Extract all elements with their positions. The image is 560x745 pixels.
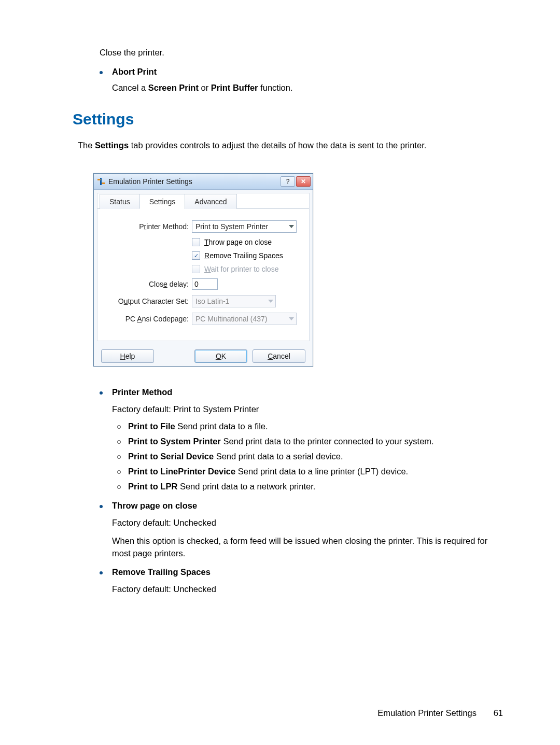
label-wait-close: Wait for printer to close [204, 265, 278, 273]
settings-intro-para: The Settings tab provides controls to ad… [78, 140, 503, 150]
list-item: Print to LPR Send print data to a networ… [117, 482, 503, 491]
bullet-dot-icon [100, 71, 103, 74]
bullet-abort-print: Abort Print [100, 67, 503, 77]
titlebar-help-button[interactable]: ? [281, 176, 295, 187]
dialog-emulation-printer-settings: Emulation Printer Settings ? ✕ Status Se… [93, 173, 313, 367]
page-footer: Emulation Printer Settings 61 [377, 708, 503, 718]
tab-status[interactable]: Status [100, 194, 140, 209]
tab-settings[interactable]: Settings [139, 194, 186, 209]
circle-bullet-icon [117, 440, 121, 444]
help-button[interactable]: Help [101, 349, 154, 363]
tab-strip: Status Settings Advanced [97, 193, 309, 209]
chevron-down-icon [289, 225, 294, 228]
footer-text: Emulation Printer Settings [377, 708, 477, 718]
app-icon [97, 177, 105, 186]
page-number: 61 [494, 708, 503, 718]
tab-advanced[interactable]: Advanced [185, 194, 236, 209]
chevron-down-icon [268, 300, 273, 303]
checkbox-wait-close [192, 265, 200, 273]
cancel-button[interactable]: Cancel [253, 349, 305, 363]
dropdown-output-charset: Iso Latin-1 [192, 295, 276, 307]
question-icon: ? [286, 178, 290, 185]
heading-settings: Settings [73, 110, 503, 128]
label-close-delay: Close delay: [107, 280, 192, 288]
bullet-throw-page: Throw page on close [100, 501, 503, 511]
label-printer-method: Printer Method: [107, 222, 192, 231]
list-item: Print to System Printer Send print data … [117, 437, 503, 446]
circle-bullet-icon [117, 425, 121, 429]
circle-bullet-icon [117, 470, 121, 474]
chevron-down-icon [289, 317, 294, 320]
list-item: Print to File Send print data to a file. [117, 421, 503, 431]
bullet-dot-icon [100, 391, 103, 395]
svg-rect-1 [97, 179, 101, 180]
remove-trailing-title: Remove Trailing Spaces [112, 567, 211, 577]
dropdown-output-charset-value: Iso Latin-1 [195, 297, 229, 305]
throw-page-title: Throw page on close [112, 501, 197, 511]
list-item: Print to Serial Device Send print data t… [117, 452, 503, 461]
bullet-dot-icon [100, 571, 103, 574]
input-close-delay-value: 0 [194, 280, 199, 288]
bullet-dot-icon [100, 505, 103, 508]
dropdown-printer-method-value: Print to System Printer [195, 222, 268, 231]
label-throw-page: Throw page on close [204, 238, 272, 246]
circle-bullet-icon [117, 455, 121, 459]
throw-page-default: Factory default: Unchecked [112, 518, 503, 528]
abort-print-desc: Cancel a Screen Print or Print Buffer fu… [112, 83, 503, 93]
ok-button[interactable]: OK [194, 349, 247, 363]
circle-bullet-icon [117, 485, 121, 489]
checkbox-throw-page[interactable] [192, 238, 200, 246]
close-icon: ✕ [301, 178, 306, 185]
dropdown-printer-method[interactable]: Print to System Printer [192, 220, 297, 233]
throw-page-desc: When this option is checked, a form feed… [112, 535, 503, 560]
bullet-printer-method: Printer Method [100, 387, 503, 397]
dialog-title: Emulation Printer Settings [108, 177, 281, 186]
dropdown-pc-ansi-codepage: PC Multinational (437) [192, 313, 297, 325]
checkbox-remove-trailing[interactable]: ✓ [192, 251, 200, 260]
printer-method-default: Factory default: Print to System Printer [112, 404, 503, 414]
bullet-remove-trailing: Remove Trailing Spaces [100, 567, 503, 577]
svg-rect-2 [102, 182, 105, 184]
dialog-titlebar[interactable]: Emulation Printer Settings ? ✕ [94, 174, 313, 190]
printer-method-title: Printer Method [112, 387, 172, 397]
label-pc-ansi-codepage: PC Ansi Codepage: [107, 315, 192, 323]
input-close-delay[interactable]: 0 [192, 278, 218, 290]
text-close-printer: Close the printer. [100, 48, 503, 58]
label-output-charset: Output Character Set: [107, 297, 192, 305]
list-item: Print to LinePrinter Device Send print d… [117, 467, 503, 476]
abort-print-title: Abort Print [112, 67, 157, 77]
titlebar-close-button[interactable]: ✕ [296, 176, 311, 187]
label-remove-trailing: Remove Trailing Spaces [204, 251, 283, 260]
dropdown-pc-ansi-codepage-value: PC Multinational (437) [195, 315, 268, 323]
remove-trailing-default: Factory default: Unchecked [112, 584, 503, 594]
